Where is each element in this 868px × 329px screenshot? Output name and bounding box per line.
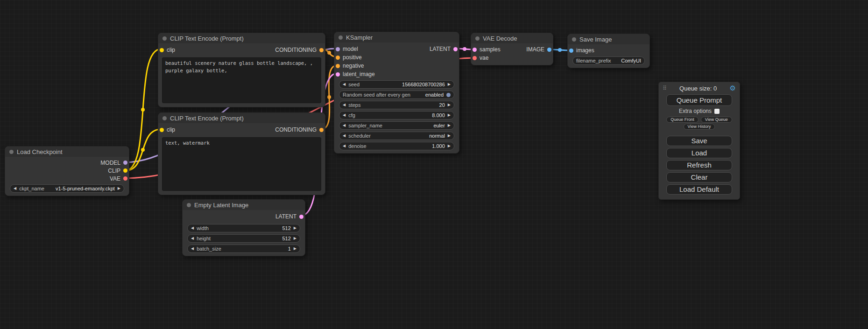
input-slot-vae[interactable]: vae <box>471 55 488 61</box>
node-save-image[interactable]: Save Image images filename_prefix ComfyU… <box>567 34 650 68</box>
widget-increment-arrow-icon[interactable]: ▶ <box>118 187 120 190</box>
view-queue-button[interactable]: View Queue <box>701 117 732 123</box>
widget-decrement-arrow-icon[interactable]: ◀ <box>191 247 194 251</box>
widget-width[interactable]: ◀ width 512 ▶ <box>187 224 300 232</box>
node-title-bar[interactable]: Empty Latent Image <box>183 200 305 210</box>
collapse-dot-icon[interactable] <box>9 150 14 154</box>
input-slot-positive[interactable]: positive <box>334 54 362 61</box>
widget-increment-arrow-icon[interactable]: ▶ <box>448 103 451 107</box>
input-slot-clip[interactable]: clip <box>158 47 175 53</box>
collapse-dot-icon[interactable] <box>572 37 576 42</box>
widget-decrement-arrow-icon[interactable]: ◀ <box>191 226 194 230</box>
widget-decrement-arrow-icon[interactable]: ◀ <box>191 237 194 240</box>
node-title-bar[interactable]: CLIP Text Encode (Prompt) <box>158 113 325 123</box>
widget-decrement-arrow-icon[interactable]: ◀ <box>343 103 346 107</box>
queue-prompt-button[interactable]: Queue Prompt <box>666 94 732 106</box>
node-vae-decode[interactable]: VAE Decode samples IMAGE vae <box>471 33 553 65</box>
output-slot-conditioning[interactable]: CONDITIONING <box>275 126 325 133</box>
widget-random-seed-toggle[interactable]: Random seed after every gen enabled <box>339 91 454 99</box>
widget-increment-arrow-icon[interactable]: ▶ <box>448 83 451 86</box>
output-slot-vae[interactable]: VAE <box>110 175 129 182</box>
collapse-dot-icon[interactable] <box>162 36 167 41</box>
output-slot-latent[interactable]: LATENT <box>275 213 305 220</box>
widget-increment-arrow-icon[interactable]: ▶ <box>448 113 451 117</box>
input-slot-samples[interactable]: samples <box>471 46 501 53</box>
view-history-button[interactable]: View History <box>684 124 715 130</box>
output-dot-latent[interactable] <box>299 215 303 219</box>
input-slot-latent-image[interactable]: latent_image <box>334 71 375 77</box>
node-title-bar[interactable]: VAE Decode <box>471 33 553 43</box>
widget-decrement-arrow-icon[interactable]: ◀ <box>14 187 16 190</box>
widget-increment-arrow-icon[interactable]: ▶ <box>448 134 451 138</box>
output-dot-conditioning[interactable] <box>319 48 324 52</box>
collapse-dot-icon[interactable] <box>187 203 191 207</box>
node-title-bar[interactable]: CLIP Text Encode (Prompt) <box>158 33 325 43</box>
collapse-dot-icon[interactable] <box>162 116 167 120</box>
widget-denoise[interactable]: ◀ denoise 1.000 ▶ <box>339 142 454 150</box>
input-dot-clip[interactable] <box>160 128 164 132</box>
input-slot-clip[interactable]: clip <box>158 126 175 133</box>
widget-sampler-name[interactable]: ◀ sampler_name euler ▶ <box>339 121 454 130</box>
output-dot-latent[interactable] <box>453 47 458 51</box>
node-title-bar[interactable]: Save Image <box>568 34 649 44</box>
load-button[interactable]: Load <box>666 148 732 158</box>
output-slot-conditioning[interactable]: CONDITIONING <box>275 47 325 53</box>
refresh-button[interactable]: Refresh <box>666 160 732 170</box>
input-dot-positive[interactable] <box>336 56 340 60</box>
widget-decrement-arrow-icon[interactable]: ◀ <box>343 124 346 127</box>
input-dot-vae[interactable] <box>473 56 477 60</box>
widget-cfg[interactable]: ◀ cfg 8.000 ▶ <box>339 111 454 119</box>
node-graph-canvas[interactable]: Load Checkpoint MODEL CLIP VAE ◀ ckpt_na… <box>0 0 868 329</box>
widget-seed[interactable]: ◀ seed 156680208700286 ▶ <box>339 80 454 89</box>
node-empty-latent-image[interactable]: Empty Latent Image LATENT ◀ width 512 ▶ … <box>182 199 305 256</box>
widget-decrement-arrow-icon[interactable]: ◀ <box>343 113 346 117</box>
collapse-dot-icon[interactable] <box>339 35 343 40</box>
toggle-on-dot-icon[interactable] <box>446 93 451 97</box>
drag-handle-icon[interactable]: ⠿ <box>663 85 667 91</box>
save-button[interactable]: Save <box>666 136 732 146</box>
widget-height[interactable]: ◀ height 512 ▶ <box>187 234 300 243</box>
input-dot-samples[interactable] <box>473 48 477 52</box>
widget-decrement-arrow-icon[interactable]: ◀ <box>343 83 346 86</box>
output-slot-latent[interactable]: LATENT <box>430 46 459 52</box>
widget-increment-arrow-icon[interactable]: ▶ <box>448 144 451 148</box>
input-dot-clip[interactable] <box>160 48 164 52</box>
widget-steps[interactable]: ◀ steps 20 ▶ <box>339 101 454 109</box>
output-dot-conditioning[interactable] <box>319 128 324 132</box>
input-dot-model[interactable] <box>336 47 340 51</box>
input-dot-images[interactable] <box>569 49 573 53</box>
output-slot-image[interactable]: IMAGE <box>526 46 553 53</box>
output-dot-model[interactable] <box>123 161 127 165</box>
output-dot-image[interactable] <box>547 48 551 52</box>
collapse-dot-icon[interactable] <box>475 36 480 41</box>
input-slot-images[interactable]: images <box>568 47 594 54</box>
widget-decrement-arrow-icon[interactable]: ◀ <box>343 134 346 138</box>
input-slot-model[interactable]: model <box>334 46 358 52</box>
output-slot-clip[interactable]: CLIP <box>108 168 129 174</box>
input-dot-negative[interactable] <box>336 64 340 68</box>
widget-batch-size[interactable]: ◀ batch_size 1 ▶ <box>187 245 300 253</box>
widget-increment-arrow-icon[interactable]: ▶ <box>294 237 296 240</box>
widget-ckpt-name[interactable]: ◀ ckpt_name v1-5-pruned-emaonly.ckpt ▶ <box>10 184 124 193</box>
output-slot-model[interactable]: MODEL <box>100 160 129 166</box>
widget-decrement-arrow-icon[interactable]: ◀ <box>343 144 346 148</box>
settings-gear-icon[interactable]: ⚙ <box>730 84 736 92</box>
node-load-checkpoint[interactable]: Load Checkpoint MODEL CLIP VAE ◀ ckpt_na… <box>5 146 129 196</box>
queue-panel[interactable]: ⠿ Queue size: 0 ⚙ Queue Prompt Extra opt… <box>658 82 740 200</box>
node-ksampler[interactable]: KSampler model LATENT positive negative … <box>334 32 459 154</box>
prompt-textarea[interactable]: text, watermark <box>162 137 321 191</box>
prompt-textarea[interactable]: beautiful scenery nature glass bottle la… <box>162 57 321 103</box>
input-dot-latent-image[interactable] <box>336 72 340 77</box>
output-dot-clip[interactable] <box>123 168 127 173</box>
queue-front-button[interactable]: Queue Front <box>666 117 699 123</box>
widget-increment-arrow-icon[interactable]: ▶ <box>294 247 296 251</box>
node-clip-text-encode-negative[interactable]: CLIP Text Encode (Prompt) clip CONDITION… <box>158 112 325 195</box>
clear-button[interactable]: Clear <box>666 172 732 182</box>
widget-scheduler[interactable]: ◀ scheduler normal ▶ <box>339 132 454 140</box>
extra-options-checkbox[interactable] <box>714 109 720 114</box>
input-slot-negative[interactable]: negative <box>334 63 364 69</box>
widget-increment-arrow-icon[interactable]: ▶ <box>294 226 296 230</box>
widget-increment-arrow-icon[interactable]: ▶ <box>448 124 451 127</box>
output-dot-vae[interactable] <box>123 176 127 181</box>
node-title-bar[interactable]: KSampler <box>334 32 459 42</box>
